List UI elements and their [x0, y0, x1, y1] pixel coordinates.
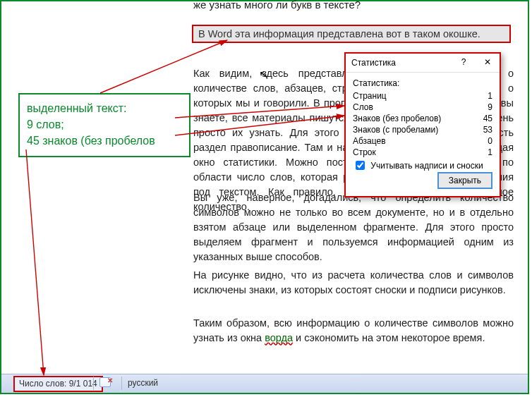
dialog-help-button[interactable]: ?: [452, 54, 476, 71]
stat-label: Страниц: [353, 91, 387, 101]
status-bar: Число слов: 9/1 014 русский: [1, 374, 528, 393]
stat-row-words: Слов9: [353, 102, 492, 112]
status-language[interactable]: русский: [121, 377, 164, 390]
stat-value: 53: [483, 125, 492, 135]
stat-value: 1: [488, 147, 492, 157]
status-word-count[interactable]: Число слов: 9/1 014: [13, 376, 103, 392]
stat-value: 45: [483, 114, 492, 123]
mouse-cursor-icon: ↖: [258, 67, 270, 82]
body-paragraph-4: Таким образом, всю информацию о количест…: [193, 316, 514, 346]
stat-value: 0: [488, 136, 492, 146]
link-word2[interactable]: ворда: [265, 332, 293, 343]
book-icon: [99, 377, 111, 387]
text: и сэкономить на этом некоторое время.: [293, 332, 485, 343]
annotation-line2: 9 слов;: [27, 116, 182, 133]
dialog-titlebar[interactable]: Статистика ? ✕: [346, 54, 500, 73]
dialog-close-action-button[interactable]: Закрыть: [437, 172, 492, 189]
stat-row-chars-nospace: Знаков (без пробелов)45: [353, 114, 492, 123]
stat-label: Знаков (с пробелами): [353, 125, 438, 135]
body-paragraph-2: Вы уже, наверное, догадались, что опреде…: [193, 190, 514, 264]
stat-row-pages: Страниц1: [353, 91, 492, 101]
truncated-line-top: же узнать много ли букв в тексте?: [1, 0, 528, 14]
stat-value: 1: [488, 91, 492, 101]
annotation-line1: выделенный текст:: [27, 100, 182, 116]
dialog-body: Статистика: Страниц1 Слов9 Знаков (без п…: [346, 73, 500, 196]
stat-row-lines: Строк1: [353, 147, 492, 157]
body-paragraph-3: На рисунке видно, что из расчета количес…: [193, 268, 514, 298]
include-footnotes-input[interactable]: [356, 161, 365, 170]
dialog-title: Статистика: [351, 58, 396, 68]
stats-header: Статистика:: [353, 78, 492, 88]
checkbox-label: Учитывать надписи и сноски: [370, 161, 483, 171]
status-proofing-icon[interactable]: [93, 377, 118, 390]
highlighted-text: В Word эта информация представлена вот в…: [198, 28, 480, 39]
svg-line-3: [26, 149, 44, 375]
stat-label: Абзацев: [353, 136, 386, 146]
stat-label: Знаков (без пробелов): [353, 114, 441, 123]
stat-row-chars-space: Знаков (с пробелами)53: [353, 125, 492, 135]
statistics-dialog: Статистика ? ✕ Статистика: Страниц1 Слов…: [344, 52, 501, 197]
include-footnotes-checkbox[interactable]: Учитывать надписи и сноски: [353, 161, 483, 171]
stat-label: Строк: [353, 147, 376, 157]
stat-row-paragraphs: Абзацев0: [353, 136, 492, 146]
stat-label: Слов: [353, 102, 373, 112]
stat-value: 9: [488, 102, 492, 112]
screenshot-frame: же узнать много ли букв в тексте? В Word…: [0, 0, 529, 394]
highlighted-selection[interactable]: В Word эта информация представлена вот в…: [192, 25, 511, 43]
annotation-callout: выделенный текст: 9 слов; 45 знаков (без…: [18, 93, 191, 157]
dialog-close-button[interactable]: ✕: [476, 54, 500, 71]
annotation-line3: 45 знаков (без пробелов: [27, 133, 182, 149]
